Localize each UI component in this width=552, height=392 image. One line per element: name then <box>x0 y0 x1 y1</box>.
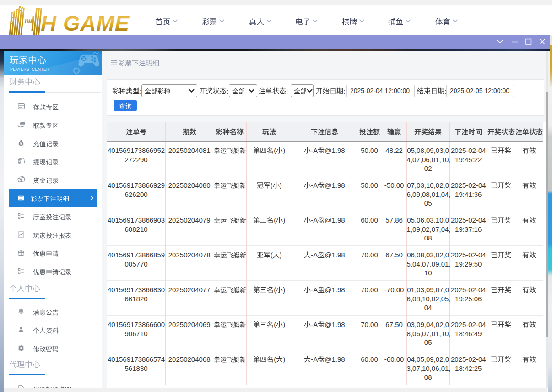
svg-text:H GAME: H GAME <box>41 11 130 35</box>
